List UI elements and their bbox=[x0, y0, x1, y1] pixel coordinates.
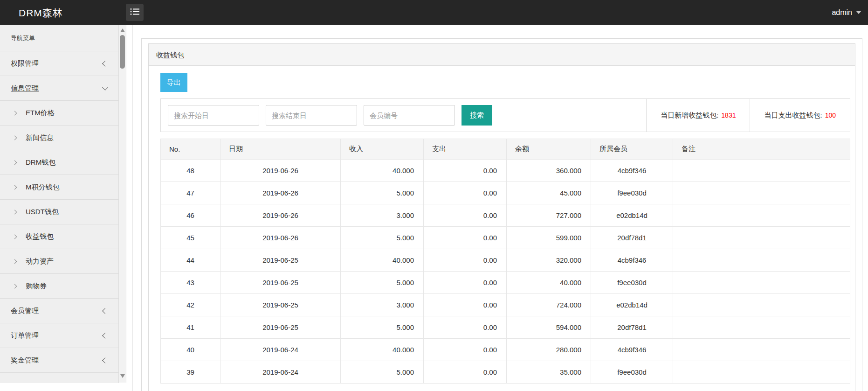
table-row: 392019-06-245.0000.0035.000f9ee030d bbox=[161, 361, 850, 384]
chevron-right-icon bbox=[13, 135, 17, 140]
sidebar-item-label: 收益钱包 bbox=[26, 232, 54, 241]
stat-new-wallet: 当日新增收益钱包: 1831 bbox=[646, 99, 750, 132]
cell: 45.000 bbox=[507, 182, 591, 204]
cell: 280.000 bbox=[507, 339, 591, 361]
sidebar-item-USDT钱包[interactable]: USDT钱包 bbox=[0, 200, 118, 224]
cell: 3.000 bbox=[341, 204, 424, 227]
cell bbox=[673, 294, 850, 316]
cell: 47 bbox=[161, 182, 220, 204]
cell: 0.00 bbox=[424, 294, 507, 316]
sidebar-item-label: 购物券 bbox=[26, 282, 47, 291]
sidebar-item-信息管理[interactable]: 信息管理 bbox=[0, 76, 118, 101]
app-title: DRM森林 bbox=[19, 7, 63, 20]
table-row: 432019-06-255.0000.0040.000f9ee030d bbox=[161, 272, 850, 294]
cell bbox=[673, 361, 850, 384]
cell: 2019-06-24 bbox=[220, 361, 341, 384]
column-header: No. bbox=[161, 139, 220, 160]
sidebar-item-label: 奖金管理 bbox=[11, 356, 39, 365]
cell: 20df78d1 bbox=[591, 227, 673, 249]
cell: 2019-06-26 bbox=[220, 227, 341, 249]
member-id-input[interactable] bbox=[364, 105, 455, 126]
chevron-left-icon bbox=[102, 308, 108, 314]
scroll-up-icon[interactable] bbox=[120, 28, 125, 32]
cell: 2019-06-24 bbox=[220, 339, 341, 361]
panel-body: 导出 搜索 当日新增收益钱包: 1831 当日支出收益钱包: 100 bbox=[149, 66, 855, 391]
stat-value: 1831 bbox=[721, 112, 736, 119]
cell: f9ee030d bbox=[591, 272, 673, 294]
cell: 39 bbox=[161, 361, 220, 384]
sidebar-item-新闻信息[interactable]: 新闻信息 bbox=[0, 126, 118, 150]
cell bbox=[673, 204, 850, 227]
sidebar-scrollbar[interactable] bbox=[119, 25, 126, 383]
user-dropdown[interactable]: admin bbox=[832, 0, 861, 25]
username: admin bbox=[832, 8, 852, 17]
column-header: 备注 bbox=[673, 139, 850, 160]
cell: 4cb9f346 bbox=[591, 160, 673, 182]
cell: 3.000 bbox=[341, 294, 424, 316]
cell: 599.000 bbox=[507, 227, 591, 249]
cell: f9ee030d bbox=[591, 182, 673, 204]
sidebar-item-M积分钱包[interactable]: M积分钱包 bbox=[0, 175, 118, 200]
panel-title: 收益钱包 bbox=[149, 44, 855, 66]
column-header: 支出 bbox=[424, 139, 507, 160]
cell: 40 bbox=[161, 339, 220, 361]
export-button[interactable]: 导出 bbox=[160, 73, 187, 92]
search-fields: 搜索 bbox=[161, 99, 646, 132]
stat-label: 当日新增收益钱包: bbox=[661, 111, 718, 120]
sidebar-item-动力资产[interactable]: 动力资产 bbox=[0, 249, 118, 274]
sidebar-toggle-button[interactable] bbox=[126, 4, 144, 21]
cell: 45 bbox=[161, 227, 220, 249]
search-bar: 搜索 当日新增收益钱包: 1831 当日支出收益钱包: 100 bbox=[160, 98, 850, 132]
scrollbar-thumb[interactable] bbox=[120, 35, 125, 69]
cell: 2019-06-25 bbox=[220, 316, 341, 339]
sidebar-item-ETM价格[interactable]: ETM价格 bbox=[0, 101, 118, 126]
cell: 43 bbox=[161, 272, 220, 294]
cell: 2019-06-26 bbox=[220, 204, 341, 227]
sidebar-item-收益钱包[interactable]: 收益钱包 bbox=[0, 224, 118, 249]
content-divider bbox=[132, 25, 133, 391]
cell: 5.000 bbox=[341, 227, 424, 249]
sidebar-item-订单管理[interactable]: 订单管理 bbox=[0, 323, 118, 348]
column-header: 日期 bbox=[220, 139, 341, 160]
search-button[interactable]: 搜索 bbox=[462, 105, 492, 126]
chevron-right-icon bbox=[13, 284, 17, 288]
sidebar-item-权限管理[interactable]: 权限管理 bbox=[0, 51, 118, 76]
hamburger-list-icon bbox=[130, 8, 139, 17]
scroll-down-icon[interactable] bbox=[120, 374, 125, 378]
caret-down-icon bbox=[856, 11, 861, 14]
sidebar-item-奖金管理[interactable]: 奖金管理 bbox=[0, 348, 118, 373]
content-card: 收益钱包 导出 搜索 当日新增收益钱包: 1831 当日支出收益钱包: 100 bbox=[141, 38, 862, 391]
chevron-right-icon bbox=[13, 111, 17, 115]
cell: 0.00 bbox=[424, 160, 507, 182]
table-row: 402019-06-2440.0000.00280.0004cb9f346 bbox=[161, 339, 850, 361]
sidebar-item-DRM钱包[interactable]: DRM钱包 bbox=[0, 150, 118, 175]
chevron-left-icon bbox=[102, 333, 108, 339]
sidebar-item-会员管理[interactable]: 会员管理 bbox=[0, 299, 118, 323]
chevron-left-icon bbox=[102, 357, 108, 363]
table-row: 442019-06-2540.0000.00320.0004cb9f346 bbox=[161, 249, 850, 272]
top-header: DRM森林 admin bbox=[0, 0, 868, 25]
table-row: 452019-06-265.0000.00599.00020df78d1 bbox=[161, 227, 850, 249]
chevron-right-icon bbox=[13, 160, 17, 165]
table-header-row: No.日期收入支出余额所属会员备注 bbox=[161, 139, 850, 160]
sidebar: 导航菜单 权限管理信息管理ETM价格新闻信息DRM钱包M积分钱包USDT钱包收益… bbox=[0, 25, 119, 383]
wallet-panel: 收益钱包 导出 搜索 当日新增收益钱包: 1831 当日支出收益钱包: 100 bbox=[148, 43, 855, 391]
cell: 5.000 bbox=[341, 361, 424, 384]
cell: 5.000 bbox=[341, 316, 424, 339]
wallet-table: No.日期收入支出余额所属会员备注 482019-06-2640.0000.00… bbox=[160, 139, 850, 384]
cell: 5.000 bbox=[341, 272, 424, 294]
cell bbox=[673, 227, 850, 249]
end-date-input[interactable] bbox=[266, 105, 357, 126]
cell: 0.00 bbox=[424, 249, 507, 272]
cell: 727.000 bbox=[507, 204, 591, 227]
cell bbox=[673, 272, 850, 294]
sidebar-item-购物券[interactable]: 购物券 bbox=[0, 274, 118, 299]
cell: 48 bbox=[161, 160, 220, 182]
column-header: 所属会员 bbox=[591, 139, 673, 160]
sidebar-item-label: 订单管理 bbox=[11, 331, 39, 340]
cell: 40.000 bbox=[341, 339, 424, 361]
sidebar-menu: 权限管理信息管理ETM价格新闻信息DRM钱包M积分钱包USDT钱包收益钱包动力资… bbox=[0, 51, 118, 373]
cell: 40.000 bbox=[341, 249, 424, 272]
cell: 4cb9f346 bbox=[591, 339, 673, 361]
start-date-input[interactable] bbox=[168, 105, 259, 126]
